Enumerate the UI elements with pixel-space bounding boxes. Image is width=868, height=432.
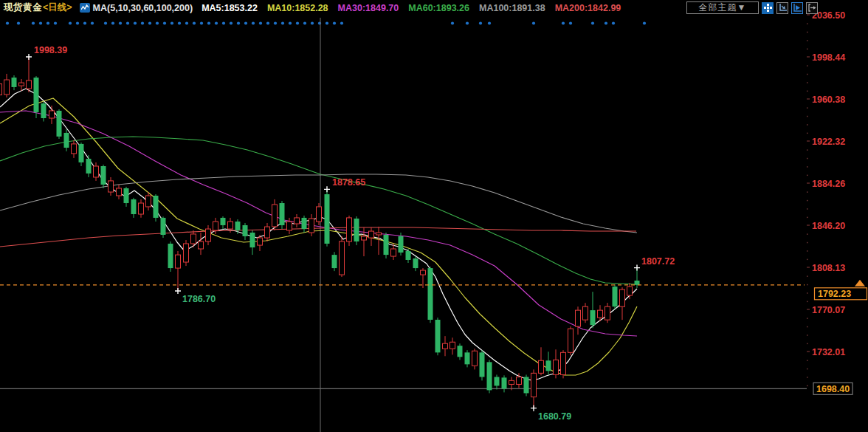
ma-legend-item: MA10:1852.28 <box>267 3 328 13</box>
axis-minor-tick <box>807 107 808 109</box>
axis-minor-tick <box>807 360 808 361</box>
price-annotation: 1998.39 <box>34 45 67 55</box>
event-dot <box>296 21 299 24</box>
axis-minor-tick <box>807 318 808 319</box>
candle-down <box>34 78 39 112</box>
axis-minor-tick <box>807 74 808 75</box>
candle-up <box>27 80 32 89</box>
candle-up <box>561 352 566 374</box>
axis-minor-tick <box>807 65 808 66</box>
candle-up <box>531 373 537 397</box>
candle-up <box>94 166 99 177</box>
ma-legend-item: MA60:1893.26 <box>408 3 469 13</box>
event-dot <box>76 21 79 24</box>
axis-minor-tick <box>807 133 808 134</box>
candle-up <box>568 329 574 352</box>
event-dot <box>259 21 262 24</box>
candle-down <box>235 222 241 230</box>
price-up-arrow-icon <box>855 280 865 287</box>
event-dot <box>569 21 572 24</box>
candle-up <box>347 218 352 241</box>
candle-up <box>450 342 455 349</box>
event-dot <box>6 21 9 24</box>
ma-legend-item: MA100:1891.38 <box>479 3 545 13</box>
event-dot <box>163 21 166 24</box>
candle-down <box>64 133 69 148</box>
axis-minor-tick <box>807 191 808 193</box>
candle-down <box>131 199 137 214</box>
candle-down <box>399 236 404 253</box>
axis-minor-tick <box>807 259 808 261</box>
exit-right-icon[interactable] <box>806 2 818 14</box>
candle-up <box>517 377 522 384</box>
candle-up <box>213 222 218 230</box>
event-dot <box>451 21 454 24</box>
candle-down <box>590 310 596 325</box>
candle-down <box>613 287 618 306</box>
candle-up <box>369 231 374 238</box>
timeframe-label: <日线> <box>43 1 72 14</box>
axis-minor-tick <box>807 32 808 33</box>
extreme-marker <box>531 405 537 411</box>
event-dot <box>466 21 469 24</box>
ma-line-MA5 <box>0 89 637 380</box>
event-dot <box>69 21 72 24</box>
indicator-params-label: MA(5,10,30,60,100,200) <box>93 3 193 13</box>
indicator-chart-icon[interactable] <box>80 3 90 13</box>
axis-price-label: 1770.07 <box>812 305 845 315</box>
hline-price-label: 1698.40 <box>816 384 850 394</box>
event-dot <box>126 21 129 24</box>
candle-down <box>161 218 166 235</box>
axis-price-label: 1808.13 <box>812 263 845 273</box>
candle-up <box>509 380 514 384</box>
candle-down <box>495 377 500 385</box>
axis-play-icon[interactable] <box>791 2 803 14</box>
candle-down <box>487 362 492 390</box>
candle-down <box>384 235 389 255</box>
candle-up <box>472 351 478 366</box>
axis-scale-icon[interactable] <box>776 2 788 14</box>
price-annotation: 1807.72 <box>641 256 675 267</box>
axis-minor-tick <box>807 149 808 151</box>
axis-price-label: 1960.38 <box>812 95 845 105</box>
candle-down <box>480 352 485 377</box>
event-dot <box>54 21 57 24</box>
extreme-marker <box>175 288 181 294</box>
candle-down <box>435 320 441 352</box>
axis-price-label: 1884.26 <box>812 179 845 189</box>
axis-price-label: 1732.01 <box>812 347 845 357</box>
event-dot <box>46 21 49 24</box>
candle-up <box>605 306 610 320</box>
ma-legend-item: MA5:1853.22 <box>202 3 258 13</box>
price-annotation: 1786.70 <box>182 294 216 304</box>
axis-minor-tick <box>807 385 808 387</box>
candle-down <box>243 225 248 236</box>
ma-line-MA10 <box>0 98 637 375</box>
event-dot <box>289 21 292 24</box>
candle-down <box>12 78 17 87</box>
candle-up <box>191 234 196 244</box>
grid-layout-icon[interactable] <box>762 2 774 14</box>
axis-minor-tick <box>807 217 808 219</box>
axis-minor-tick <box>807 91 808 92</box>
candle-up <box>598 310 603 318</box>
extreme-marker <box>634 265 640 271</box>
axis-minor-tick <box>807 124 808 126</box>
axis-minor-tick <box>807 200 808 202</box>
candle-down <box>86 159 92 174</box>
axis-minor-tick <box>807 326 808 328</box>
trading-app-window: 1998.391878.651807.721786.701680.792036.… <box>0 0 868 432</box>
event-dot <box>326 21 328 24</box>
candlestick-chart[interactable]: 1998.391878.651807.721786.701680.792036.… <box>0 0 868 432</box>
candle-up <box>265 227 270 238</box>
candle-down <box>221 218 226 225</box>
candle-down <box>546 360 551 371</box>
event-dot <box>252 21 255 24</box>
theme-dropdown-button[interactable]: 全部主题▼ <box>686 1 759 14</box>
axis-minor-tick <box>807 40 808 41</box>
candle-up <box>576 310 581 326</box>
axis-minor-tick <box>807 82 808 83</box>
axis-minor-tick <box>807 368 808 370</box>
candle-down <box>154 196 159 218</box>
symbol-title: 现货黄金 <box>4 1 42 14</box>
